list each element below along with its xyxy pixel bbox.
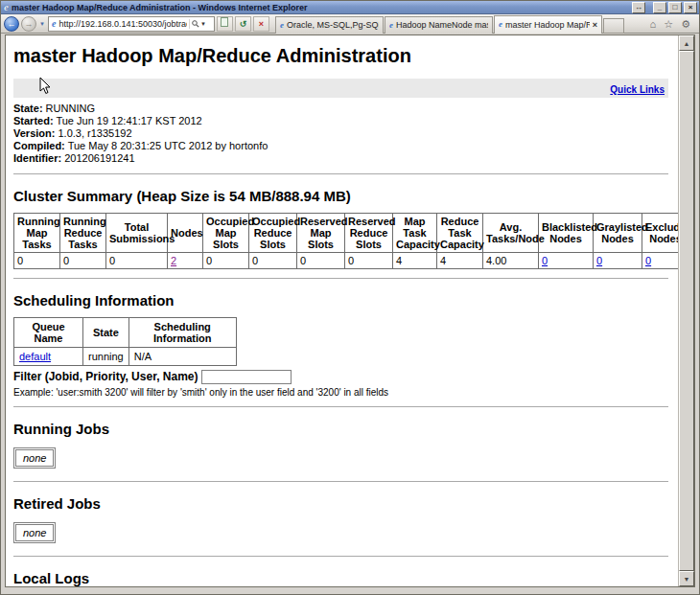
quick-links-link[interactable]: Quick Links (610, 84, 665, 95)
back-button[interactable]: ← (4, 16, 19, 32)
home-icon[interactable]: ⌂ (650, 16, 657, 32)
cell-nodes: 2 (168, 253, 203, 269)
address-bar[interactable]: e http://192.168.0.141:50030/jobtracker.… (48, 16, 215, 32)
scroll-up-icon[interactable]: ▲ (679, 35, 694, 51)
identifier-value: 201206191241 (61, 152, 134, 164)
graylisted-nodes-link[interactable]: 0 (596, 255, 602, 266)
col-total-submissions: Total Submissions (106, 214, 168, 253)
excluded-nodes-link[interactable]: 0 (645, 255, 651, 266)
page-content: master Hadoop Map/Reduce Administration … (6, 35, 678, 586)
compiled-line: Compiled: Tue May 8 20:31:25 UTC 2012 by… (13, 140, 668, 152)
identifier-line: Identifier: 201206191241 (13, 152, 668, 165)
col-graylisted-nodes: Graylisted Nodes (594, 214, 642, 253)
cell-occupied-reduce-slots: 0 (249, 253, 297, 269)
running-jobs-heading: Running Jobs (13, 421, 668, 437)
compatibility-page-icon (221, 17, 228, 27)
default-queue-link[interactable]: default (19, 351, 51, 362)
cluster-summary-table: Running Map Tasks Running Reduce Tasks T… (13, 213, 678, 269)
magnifier-icon (192, 20, 199, 28)
started-label: Started: (13, 115, 54, 126)
col-nodes: Nodes (168, 214, 203, 253)
tools-gear-icon[interactable]: ⚙ (681, 16, 690, 32)
cell-queue-state: running (83, 348, 129, 366)
command-icons: ⌂ ☆ ⚙ (650, 16, 696, 32)
cell-scheduling-info: N/A (128, 348, 236, 366)
maximize-button[interactable]: □ (668, 2, 682, 13)
cell-reserved-map-slots: 0 (297, 253, 345, 269)
col-scheduling-info: Scheduling Information (128, 318, 236, 348)
restore-size-button[interactable]: ↔ (632, 2, 645, 13)
nodes-count-link[interactable]: 2 (171, 255, 176, 266)
col-occupied-map-slots: Occupied Map Slots (203, 214, 249, 253)
url-text[interactable]: http://192.168.0.141:50030/jobtracker.js… (58, 19, 187, 29)
col-reserved-map-slots: Reserved Map Slots (297, 214, 345, 253)
divider (13, 278, 668, 279)
quick-links-bar: Quick Links (13, 79, 668, 98)
cell-graylisted-nodes: 0 (594, 253, 642, 269)
search-dropdown-icon: ▼ (200, 21, 206, 27)
state-line: State: RUNNING (13, 103, 668, 115)
tab-oracle-sql[interactable]: e Oracle, MS-SQL,Pg-SQL :... (275, 16, 384, 34)
close-button[interactable]: × (684, 2, 697, 13)
cell-queue-name: default (14, 348, 83, 366)
page-title: master Hadoop Map/Reduce Administration (13, 45, 668, 67)
divider (13, 406, 668, 407)
search-icon[interactable]: ▼ (189, 19, 212, 29)
retired-jobs-heading: Retired Jobs (13, 495, 668, 512)
tab-label: Hadoop NameNode maste... (396, 20, 488, 30)
window-controls: ↔ _ □ × (632, 2, 697, 13)
version-value: 1.0.3, r1335192 (55, 127, 131, 139)
cell-excluded-nodes: 0 (642, 253, 679, 269)
filter-example-text: Example: 'user:smith 3200' will filter b… (13, 387, 668, 398)
cell-running-reduce-tasks: 0 (60, 253, 106, 269)
browser-window: e master Hadoop Map/Reduce Administratio… (0, 0, 700, 595)
divider (13, 173, 668, 174)
col-blacklisted-nodes: Blacklisted Nodes (539, 214, 594, 253)
cell-reduce-task-capacity: 4 (437, 253, 483, 269)
col-occupied-reduce-slots: Occupied Reduce Slots (249, 214, 297, 253)
version-label: Version: (13, 127, 55, 139)
identifier-label: Identifier: (13, 152, 61, 164)
scheduling-header-row: Queue Name State Scheduling Information (14, 318, 237, 348)
col-reserved-reduce-slots: Reserved Reduce Slots (345, 214, 393, 253)
tab-favicon-icon: e (499, 19, 502, 30)
blacklisted-nodes-link[interactable]: 0 (542, 255, 548, 266)
compiled-value: Tue May 8 20:31:25 UTC 2012 by hortonfo (65, 140, 268, 151)
minimize-button[interactable]: _ (653, 2, 666, 13)
divider (13, 481, 668, 482)
running-jobs-none: none (15, 449, 54, 467)
tab-favicon-icon: e (280, 20, 284, 31)
tab-hadoop-mapreduce-active[interactable]: e master Hadoop Map/Re... × (494, 15, 602, 34)
filter-input[interactable] (201, 370, 292, 384)
browser-viewport: master Hadoop Map/Reduce Administration … (5, 34, 695, 587)
tab-hadoop-namenode[interactable]: e Hadoop NameNode maste... (385, 16, 493, 34)
new-tab-button[interactable] (603, 18, 624, 34)
cell-avg-tasks-node: 4.00 (483, 253, 539, 269)
scheduling-table: Queue Name State Scheduling Information … (13, 317, 237, 366)
started-value: Tue Jun 19 12:41:17 KST 2012 (54, 115, 202, 126)
tab-close-icon[interactable]: × (593, 20, 597, 30)
running-jobs-table: none (13, 447, 56, 469)
cluster-header-row: Running Map Tasks Running Reduce Tasks T… (14, 214, 679, 253)
cluster-info-block: State: RUNNING Started: Tue Jun 19 12:41… (13, 103, 668, 165)
ie-logo-icon: e (4, 2, 9, 12)
history-dropdown-icon[interactable]: ▼ (38, 21, 46, 27)
col-running-reduce-tasks: Running Reduce Tasks (60, 214, 106, 253)
col-reduce-task-capacity: Reduce Task Capacity (437, 214, 483, 253)
refresh-button[interactable]: ↺ (235, 16, 251, 32)
filter-label: Filter (Jobid, Priority, User, Name) (13, 370, 198, 383)
col-map-task-capacity: Map Task Capacity (393, 214, 437, 253)
stop-button[interactable]: × (253, 16, 269, 32)
cell-occupied-map-slots: 0 (203, 253, 249, 269)
tab-bar: e Oracle, MS-SQL,Pg-SQL :... e Hadoop Na… (275, 14, 624, 34)
state-value: RUNNING (43, 103, 95, 114)
compatibility-view-button[interactable] (217, 16, 233, 32)
vertical-scrollbar[interactable]: ▲ ▼ (678, 35, 694, 586)
cell-running-map-tasks: 0 (14, 253, 60, 269)
scroll-down-icon[interactable]: ▼ (679, 571, 694, 586)
favorites-star-icon[interactable]: ☆ (664, 16, 673, 32)
scrollbar-thumb[interactable] (679, 51, 694, 571)
version-line: Version: 1.0.3, r1335192 (13, 127, 668, 140)
forward-button[interactable]: → (21, 16, 36, 32)
cell-total-submissions: 0 (106, 253, 168, 269)
